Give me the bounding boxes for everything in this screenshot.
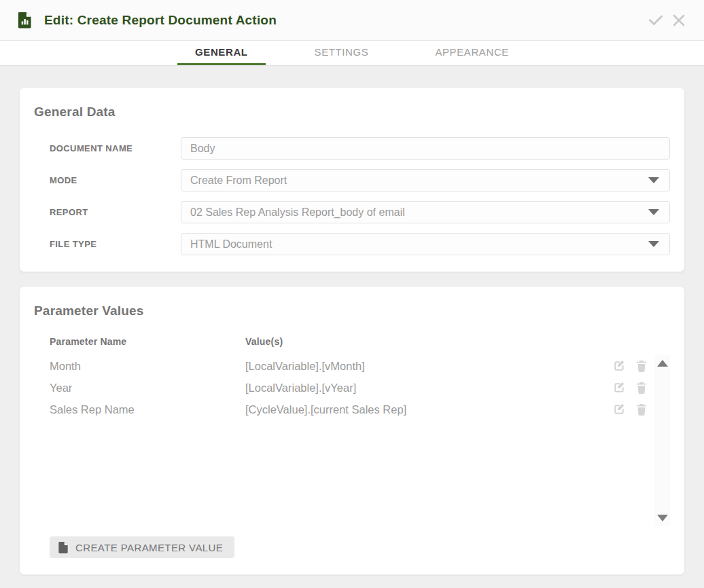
parameter-name: Year: [50, 382, 245, 394]
column-header-parameter-name: Parameter Name: [50, 336, 245, 347]
document-name-label: DOCUMENT NAME: [34, 143, 181, 153]
report-label: REPORT: [34, 207, 181, 217]
general-data-card: General Data DOCUMENT NAME MODE Create F…: [19, 87, 685, 272]
parameter-table-header: Parameter Name Value(s): [50, 336, 648, 355]
row-actions: [612, 403, 648, 416]
dialog-title: Edit: Create Report Document Action: [44, 13, 646, 28]
parameter-name: Month: [50, 360, 245, 373]
report-document-icon: [17, 12, 33, 29]
close-x-icon[interactable]: [669, 10, 689, 31]
document-name-input[interactable]: [181, 137, 670, 160]
tab-bar: GENERAL SETTINGS APPEARANCE: [0, 41, 704, 66]
chevron-down-icon: [648, 177, 659, 183]
scroll-up-icon[interactable]: [657, 360, 668, 367]
parameter-value: [CycleValue].[current Sales Rep]: [245, 403, 605, 416]
table-row: Month [LocalVariable].[vMonth]: [50, 355, 648, 377]
delete-icon[interactable]: [635, 381, 648, 394]
report-selected-value: 02 Sales Rep Analysis Report_body of ema…: [190, 206, 648, 219]
parameter-name: Sales Rep Name: [50, 403, 245, 416]
table-row: Year [LocalVariable].[vYear]: [50, 377, 648, 399]
parameter-value: [LocalVariable].[vMonth]: [245, 360, 605, 373]
parameter-table: Parameter Name Value(s) Month [LocalVari…: [50, 336, 670, 526]
column-header-values: Value(s): [245, 336, 648, 347]
chevron-down-icon: [648, 241, 659, 247]
file-type-row: FILE TYPE HTML Document: [34, 233, 670, 255]
mode-dropdown[interactable]: Create From Report: [181, 169, 670, 191]
confirm-check-icon[interactable]: [646, 10, 666, 31]
document-name-row: DOCUMENT NAME: [34, 137, 670, 160]
mode-label: MODE: [34, 175, 181, 185]
file-type-label: FILE TYPE: [34, 239, 181, 249]
dialog-header: Edit: Create Report Document Action: [0, 0, 704, 41]
report-row: REPORT 02 Sales Rep Analysis Report_body…: [34, 201, 670, 223]
table-row: Sales Rep Name [CycleValue].[current Sal…: [50, 399, 648, 420]
mode-selected-value: Create From Report: [190, 174, 648, 187]
vertical-scrollbar[interactable]: [654, 355, 670, 526]
mode-row: MODE Create From Report: [34, 169, 670, 191]
dialog-body: General Data DOCUMENT NAME MODE Create F…: [0, 66, 704, 575]
tab-appearance[interactable]: APPEARANCE: [417, 41, 527, 65]
delete-icon[interactable]: [635, 359, 648, 373]
report-dropdown[interactable]: 02 Sales Rep Analysis Report_body of ema…: [181, 201, 670, 223]
create-parameter-value-button[interactable]: CREATE PARAMETER VALUE: [50, 536, 234, 558]
document-icon: [58, 542, 68, 553]
file-type-selected-value: HTML Document: [190, 238, 648, 251]
tab-settings[interactable]: SETTINGS: [297, 41, 387, 65]
parameter-values-heading: Parameter Values: [34, 304, 670, 318]
general-data-heading: General Data: [34, 105, 670, 120]
row-actions: [612, 359, 648, 373]
edit-icon[interactable]: [612, 381, 626, 394]
delete-icon[interactable]: [635, 403, 648, 416]
parameter-values-card: Parameter Values Parameter Name Value(s)…: [19, 286, 685, 575]
edit-icon[interactable]: [612, 403, 626, 416]
file-type-dropdown[interactable]: HTML Document: [181, 233, 670, 255]
row-actions: [612, 381, 648, 394]
parameter-list: Month [LocalVariable].[vMonth]: [50, 355, 648, 526]
chevron-down-icon: [648, 209, 659, 215]
parameter-value: [LocalVariable].[vYear]: [245, 382, 605, 394]
edit-icon[interactable]: [612, 359, 626, 373]
tab-general[interactable]: GENERAL: [177, 41, 266, 65]
create-parameter-value-label: CREATE PARAMETER VALUE: [75, 542, 223, 553]
scroll-down-icon[interactable]: [657, 515, 668, 521]
